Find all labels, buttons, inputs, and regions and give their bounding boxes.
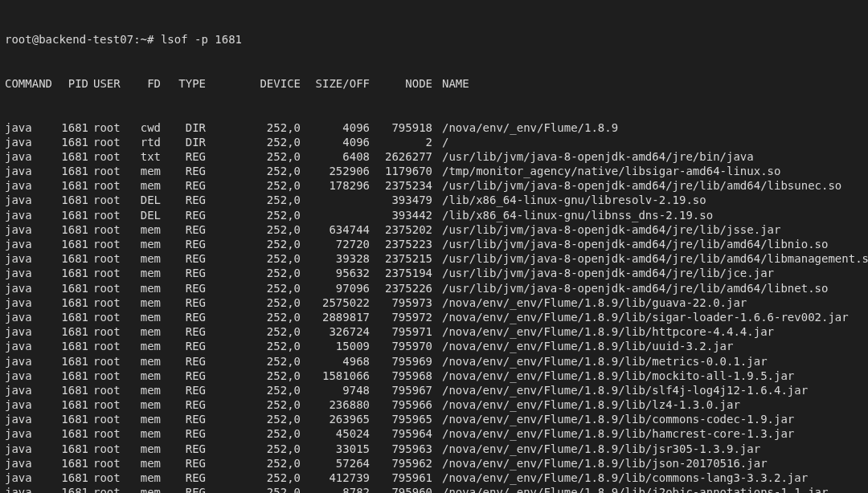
cell-type: REG [166,295,206,310]
cell-pid: 1681 [55,251,88,266]
cell-type: REG [166,471,206,485]
cell-user: root [93,354,127,369]
cell-type: REG [166,354,206,369]
cell-size: 57264 [305,456,370,471]
cell-user: root [93,208,127,222]
cell-fd: mem [132,251,161,266]
cell-device: 252,0 [211,397,301,412]
cell-device: 252,0 [211,339,301,353]
cell-user: root [93,426,127,441]
cell-node: 795960 [375,485,432,493]
cell-command: java [5,120,50,135]
cell-type: REG [166,442,206,456]
cell-name: /usr/lib/jvm/java-8-openjdk-amd64/jre/li… [437,237,828,251]
cell-type: REG [166,149,206,164]
cell-command: java [5,208,50,222]
cell-node: 393479 [375,193,432,207]
cell-device: 252,0 [211,442,301,456]
typed-command: lsof -p 1681 [161,33,242,46]
cell-command: java [5,471,50,485]
cell-command: java [5,456,50,471]
cell-type: REG [166,164,206,178]
prompt-path: ~ [141,33,147,46]
cell-command: java [5,426,50,441]
cell-name: /nova/env/_env/Flume/1.8.9/lib/slf4j-log… [437,383,808,397]
hdr-command: COMMAND [5,76,50,91]
cell-node: 2375226 [375,281,432,295]
cell-fd: mem [132,412,161,426]
cell-pid: 1681 [55,456,88,471]
cell-size: 8782 [305,485,370,493]
cell-type: REG [166,383,206,397]
cell-pid: 1681 [55,339,88,353]
cell-type: DIR [166,135,206,149]
cell-node: 795918 [375,120,432,135]
cell-device: 252,0 [211,456,301,471]
cell-node: 2375202 [375,222,432,237]
cell-size: 178296 [305,178,370,193]
cell-user: root [93,339,127,353]
cell-fd: mem [132,471,161,485]
hdr-size: SIZE/OFF [305,76,370,91]
lsof-row: java1681rootmemREG252,0326724795971/nova… [5,324,863,339]
cell-pid: 1681 [55,383,88,397]
cell-type: REG [166,222,206,237]
cell-user: root [93,237,127,251]
cell-fd: mem [132,354,161,369]
cell-command: java [5,193,50,207]
hdr-name: NAME [437,76,469,91]
cell-size: 45024 [305,426,370,441]
cell-size: 236880 [305,397,370,412]
cell-pid: 1681 [55,397,88,412]
cell-device: 252,0 [211,135,301,149]
cell-device: 252,0 [211,237,301,251]
hdr-node: NODE [375,76,432,91]
cell-pid: 1681 [55,369,88,383]
lsof-row: java1681rootmemREG252,0412739795961/nova… [5,471,863,485]
cell-device: 252,0 [211,208,301,222]
cell-type: REG [166,310,206,324]
cell-type: REG [166,369,206,383]
cell-command: java [5,442,50,456]
cell-name: /nova/env/_env/Flume/1.8.9/lib/metrics-0… [437,354,768,369]
cell-device: 252,0 [211,324,301,339]
cell-type: REG [166,412,206,426]
cell-user: root [93,324,127,339]
cell-node: 795972 [375,310,432,324]
cell-command: java [5,178,50,193]
terminal-output[interactable]: root@backend-test07:~# lsof -p 1681 COMM… [0,0,868,493]
cell-size: 4096 [305,135,370,149]
cell-type: REG [166,426,206,441]
cell-pid: 1681 [55,149,88,164]
lsof-row: java1681rootmemREG252,06347442375202/usr… [5,222,863,237]
cell-type: REG [166,237,206,251]
cell-type: REG [166,485,206,493]
cell-node: 2375215 [375,251,432,266]
cell-device: 252,0 [211,222,301,237]
cell-size: 4096 [305,120,370,135]
cell-name: / [437,135,448,149]
lsof-row: java1681rootmemREG252,0236880795966/nova… [5,397,863,412]
cell-command: java [5,295,50,310]
lsof-row: java1681rootmemREG252,045024795964/nova/… [5,426,863,441]
cell-device: 252,0 [211,178,301,193]
cell-fd: mem [132,369,161,383]
cell-device: 252,0 [211,193,301,207]
cell-user: root [93,251,127,266]
cell-pid: 1681 [55,354,88,369]
cell-type: REG [166,281,206,295]
cell-pid: 1681 [55,222,88,237]
lsof-row: java1681rootmemREG252,02889817795972/nov… [5,310,863,324]
cell-node: 795963 [375,442,432,456]
cell-type: REG [166,193,206,207]
cell-name: /usr/lib/jvm/java-8-openjdk-amd64/jre/li… [437,281,828,295]
cell-name: /nova/env/_env/Flume/1.8.9 [437,120,618,135]
cell-size: 9748 [305,383,370,397]
cell-device: 252,0 [211,310,301,324]
cell-user: root [93,412,127,426]
cell-command: java [5,149,50,164]
cell-node: 1179670 [375,164,432,178]
cell-pid: 1681 [55,120,88,135]
cell-name: /usr/lib/jvm/java-8-openjdk-amd64/jre/li… [437,266,774,280]
cell-name: /lib/x86_64-linux-gnu/libresolv-2.19.so [437,193,706,207]
